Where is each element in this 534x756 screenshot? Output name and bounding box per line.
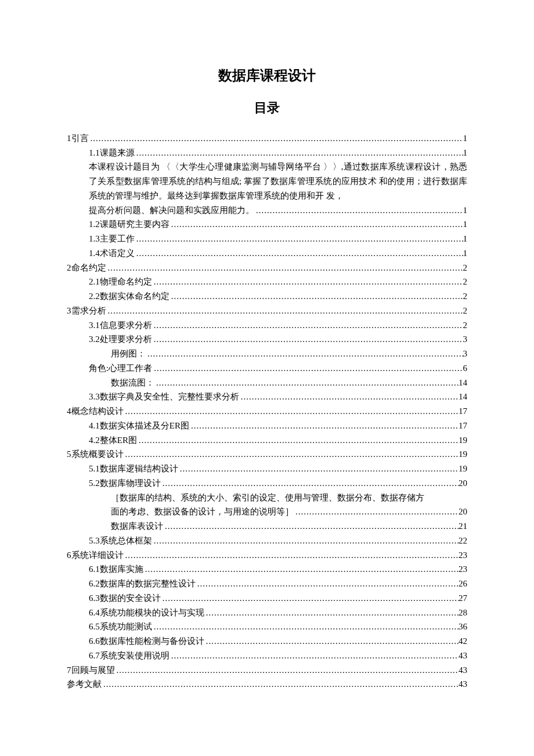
- toc-entry: 6.2数据库的数据完整性设计26: [67, 577, 467, 591]
- toc-leader-dots: [137, 433, 459, 448]
- toc-leader-dots: [135, 232, 463, 246]
- toc-entry: 4.1数据实体描述及分ER图17: [67, 419, 467, 433]
- toc-leader-dots: [152, 332, 463, 347]
- toc-entry-page: 17: [459, 404, 467, 419]
- toc-entry: 3.3数据字典及安全性、完整性要求分析14: [67, 390, 467, 404]
- toc-paragraph-last-line: 提高分析问题、解决问题和实践应用能力。1: [89, 203, 467, 218]
- toc-entry-label: 5.3系统总体框架: [89, 534, 152, 548]
- toc-entry: 2.1物理命名约定2: [67, 275, 467, 289]
- toc-entry-label: 6.5系统功能测试: [89, 620, 152, 634]
- toc-entry-page: 2: [463, 289, 468, 304]
- document-title: 数据库课程设计: [67, 64, 467, 87]
- toc-leader-dots: [239, 390, 459, 404]
- toc-entry-page: 1: [463, 203, 468, 218]
- toc-paragraph-entry: 本课程设计题目为 〈〈大学生心理健康监测与辅导网络平台 〉〉,通过数据库系统课程…: [67, 160, 467, 217]
- toc-entry-page: 21: [459, 519, 467, 534]
- toc-leader-dots: [106, 261, 463, 275]
- toc-entry: 1.4术语定义1: [67, 246, 467, 261]
- toc-entry-label: 1引言: [67, 131, 89, 146]
- toc-leader-dots: [161, 476, 459, 491]
- toc-entry: 5.3系统总体框架22: [67, 534, 467, 548]
- toc-entry: 6系统详细设计23: [67, 548, 467, 563]
- toc-entry-page: 2: [463, 261, 468, 275]
- toc-entry-page: 1: [463, 217, 468, 232]
- toc-entry-label: 6.2数据库的数据完整性设计: [89, 577, 196, 591]
- toc-entry-page: 6: [463, 361, 468, 376]
- toc-entry: 5.1数据库逻辑结构设计19: [67, 462, 467, 476]
- toc-entry: 6.7系统安装使用说明43: [67, 649, 467, 663]
- toc-entry-page: 20: [459, 505, 467, 519]
- toc-entry-label: 6.7系统安装使用说明: [89, 649, 169, 663]
- toc-entry: 数据流图：14: [67, 376, 467, 390]
- toc-entry-page: 43: [459, 663, 467, 678]
- toc-leader-dots: [161, 591, 459, 606]
- toc-entry-page: 43: [459, 649, 467, 663]
- toc-entry: 用例图：3: [67, 347, 467, 361]
- toc-entry-page: 1: [463, 146, 468, 160]
- toc-paragraph-tail: 面的考虑、数据设备的设计，与用途的说明等］: [111, 505, 294, 519]
- toc-leader-dots: [163, 519, 459, 534]
- toc-entry-page: 23: [459, 562, 467, 577]
- toc-paragraph-entry: ［数据库的结构、系统的大小、索引的设定、使用与管理、数据分布、数据存储方面的考虑…: [67, 491, 467, 520]
- toc-leader-dots: [152, 620, 459, 634]
- toc-leader-dots: [115, 663, 459, 678]
- toc-entry-page: 43: [459, 677, 467, 692]
- toc-entry-label: 数据流图：: [111, 376, 154, 390]
- toc-entry: 2命名约定2: [67, 261, 467, 275]
- toc-leader-dots: [146, 347, 463, 361]
- toc-entry-label: 1.4术语定义: [89, 246, 135, 261]
- toc-leader-dots: [124, 548, 459, 563]
- toc-entry-page: 19: [459, 433, 467, 448]
- toc-entry-label: 1.3主要工作: [89, 232, 135, 246]
- toc-leader-dots: [135, 246, 463, 261]
- toc-entry: 6.5系统功能测试36: [67, 620, 467, 634]
- toc-entry-label: 4.2整体ER图: [89, 433, 137, 448]
- toc-entry: 6.4系统功能模块的设计与实现28: [67, 606, 467, 620]
- toc-paragraph-last-line: 面的考虑、数据设备的设计，与用途的说明等］20: [111, 505, 467, 519]
- toc-entry-page: 19: [459, 462, 467, 476]
- toc-leader-dots: [152, 275, 463, 289]
- toc-entry-label: 6.6数据库性能检测与备份设计: [89, 634, 204, 649]
- toc-leader-dots: [102, 677, 459, 692]
- toc-entry-page: 27: [459, 591, 467, 606]
- toc-leader-dots: [204, 606, 459, 620]
- toc-entry: 6.1数据库实施23: [67, 562, 467, 577]
- toc-entry-label: 3.2处理要求分析: [89, 332, 152, 347]
- toc-entry: 5系统概要设计19: [67, 447, 467, 462]
- toc-leader-dots: [89, 131, 463, 146]
- toc-paragraph-body: 本课程设计题目为 〈〈大学生心理健康监测与辅导网络平台 〉〉,通过数据库系统课程…: [89, 160, 467, 203]
- toc-entry-page: 14: [459, 376, 467, 390]
- toc-entry-page: 23: [459, 548, 467, 563]
- toc-entry-page: 2: [463, 304, 468, 318]
- toc-entry-label: 参考文献: [67, 677, 102, 692]
- toc-entry-page: 2: [463, 318, 468, 333]
- toc-entry-label: 7回顾与展望: [67, 663, 115, 678]
- toc-entry-page: 17: [459, 419, 467, 433]
- toc-entry-page: 3: [463, 332, 468, 347]
- toc-leader-dots: [254, 203, 463, 218]
- toc-entry-page: 3: [463, 347, 468, 361]
- toc-leader-dots: [196, 577, 459, 591]
- toc-entry-label: 3.1信息要求分析: [89, 318, 152, 333]
- toc-entry-label: 1.1课题来源: [89, 146, 135, 160]
- toc-leader-dots: [178, 462, 459, 476]
- toc-leader-dots: [169, 649, 459, 663]
- toc-entry-label: 2命名约定: [67, 261, 106, 275]
- table-of-contents: 1引言11.1课题来源1本课程设计题目为 〈〈大学生心理健康监测与辅导网络平台 …: [67, 131, 467, 692]
- toc-entry: 3需求分析2: [67, 304, 467, 318]
- toc-entry-page: 42: [459, 634, 467, 649]
- toc-entry-label: 数据库表设计: [111, 519, 163, 534]
- toc-entry-page: 20: [459, 476, 467, 491]
- toc-leader-dots: [169, 217, 463, 232]
- toc-leader-dots: [124, 404, 459, 419]
- toc-entry-page: 1: [463, 232, 468, 246]
- toc-entry: 1.1课题来源1: [67, 146, 467, 160]
- toc-entry-label: 2.1物理命名约定: [89, 275, 152, 289]
- toc-paragraph-tail: 提高分析问题、解决问题和实践应用能力。: [89, 203, 254, 218]
- toc-leader-dots: [124, 447, 459, 462]
- toc-entry-page: 36: [459, 620, 467, 634]
- toc-leader-dots: [204, 634, 459, 649]
- toc-entry-page: 19: [459, 447, 467, 462]
- toc-leader-dots: [294, 505, 459, 519]
- toc-entry: 3.2处理要求分析3: [67, 332, 467, 347]
